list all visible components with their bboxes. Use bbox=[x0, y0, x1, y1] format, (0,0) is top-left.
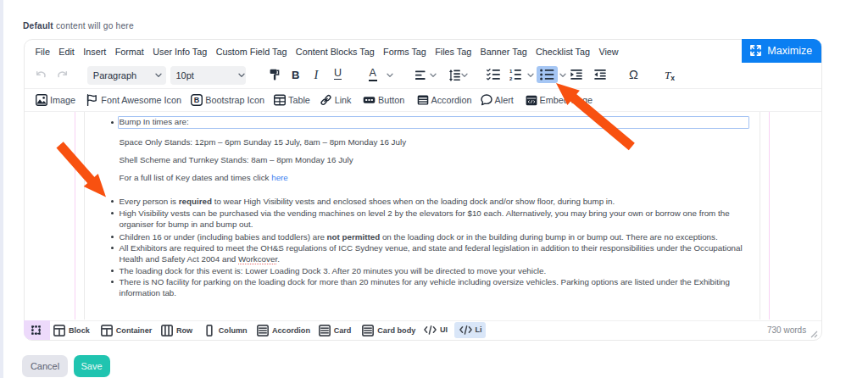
svg-text:2: 2 bbox=[509, 76, 513, 81]
svg-text:1: 1 bbox=[509, 69, 513, 74]
svg-text:B: B bbox=[194, 96, 200, 104]
